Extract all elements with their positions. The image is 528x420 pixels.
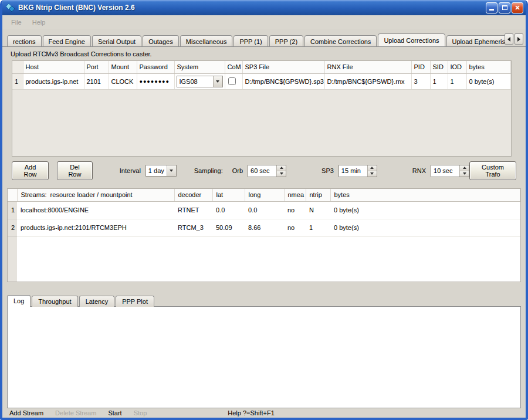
- column-header-mount: Mount: [109, 61, 137, 73]
- tab-scroll-left-button[interactable]: [505, 33, 513, 45]
- upload-header-row: HostPortMountPasswordSystemCoMSP3 FileRN…: [12, 61, 511, 73]
- row-number-header: [8, 189, 17, 201]
- lat-cell: 50.09: [212, 219, 245, 236]
- row-number-header: [12, 61, 23, 73]
- stream-row[interactable]: 2products.igs-ip.net:2101/RTCM3EPHRTCM_3…: [8, 219, 520, 236]
- streams-table-body: Streams: resource loader / mountpointdec…: [8, 189, 520, 236]
- column-header-com: CoM: [225, 61, 242, 73]
- bytes-cell: 0 byte(s): [330, 201, 520, 219]
- minimize-button[interactable]: [486, 2, 497, 13]
- sp3-spinbox[interactable]: 15 min: [339, 165, 377, 177]
- maximize-button[interactable]: [499, 2, 510, 13]
- tab-rections[interactable]: rections: [7, 35, 42, 46]
- pid-cell[interactable]: 3: [411, 73, 430, 89]
- orb-spinbox-up-button[interactable]: [277, 165, 286, 171]
- tab-ppp-2[interactable]: PPP (2): [269, 35, 303, 46]
- mount-cell[interactable]: CLOCK: [109, 73, 137, 89]
- orb-spinbox-slot: 60 sec: [248, 165, 286, 177]
- rnx-spinbox[interactable]: 10 sec: [431, 165, 469, 177]
- column-header-rnx-file: RNX File: [324, 61, 411, 73]
- host-cell[interactable]: products.igs-ip.net: [23, 73, 84, 89]
- chevron-down-icon: [213, 76, 222, 87]
- nmea-cell: no: [284, 219, 306, 236]
- add-stream-button[interactable]: Add Stream: [9, 409, 43, 416]
- tab-feed-engine[interactable]: Feed Engine: [43, 35, 91, 46]
- status-bar: Add Stream Delete Stream Start Stop Help…: [2, 408, 526, 418]
- system-cell: IGS08: [174, 73, 225, 89]
- app-window: BKG Ntrip Client (BNC) Version 2.6 ✕ Fil…: [0, 0, 528, 420]
- system-combobox-value: IGS08: [177, 77, 213, 86]
- sp3-spinbox-up-button[interactable]: [368, 165, 377, 171]
- orb-spinbox-value: 60 sec: [248, 165, 276, 177]
- mountpoint-cell: products.igs-ip.net:2101/RTCM3EPH: [17, 219, 174, 236]
- start-button[interactable]: Start: [108, 409, 121, 416]
- tab-latency[interactable]: Latency: [79, 296, 115, 307]
- tab-strip: rectionsFeed EngineSerial OutputOutagesM…: [7, 33, 505, 46]
- upload-caption: Upload RTCMv3 Broadcast Corrections to c…: [2, 47, 526, 59]
- tab-log[interactable]: Log: [7, 295, 31, 307]
- row-number: 2: [8, 219, 17, 236]
- sp3-spinbox-down-button[interactable]: [368, 171, 377, 177]
- rnx-spinbox-up-button[interactable]: [460, 165, 469, 171]
- column-header-nmea: nmea: [284, 189, 306, 201]
- orb-spinbox-down-button[interactable]: [277, 171, 286, 177]
- streams-table: Streams: resource loader / mountpointdec…: [8, 189, 520, 237]
- arrow-up-icon: [463, 167, 466, 169]
- tab-scroll-right-button[interactable]: [515, 33, 523, 45]
- port-cell[interactable]: 2101: [84, 73, 109, 89]
- close-button[interactable]: ✕: [512, 2, 523, 13]
- help-shortcut-label: Help ?=Shift+F1: [228, 409, 275, 416]
- com-cell: [225, 73, 242, 89]
- tab-ppp-1[interactable]: PPP (1): [233, 35, 268, 46]
- com-checkbox[interactable]: [228, 77, 236, 85]
- stop-button[interactable]: Stop: [134, 409, 147, 416]
- tab-miscellaneous[interactable]: Miscellaneous: [180, 35, 233, 46]
- column-header-bytes: bytes: [330, 189, 520, 201]
- column-header-host: Host: [23, 61, 84, 73]
- tab-upload-ephemeris[interactable]: Upload Ephemeris: [446, 35, 505, 46]
- iod-cell[interactable]: 1: [448, 73, 466, 89]
- streams-header-row: Streams: resource loader / mountpointdec…: [8, 189, 520, 201]
- add-row-button[interactable]: Add Row: [12, 161, 49, 180]
- upload-table-frame: HostPortMountPasswordSystemCoMSP3 FileRN…: [12, 60, 512, 157]
- decoder-cell: RTNET: [174, 201, 212, 219]
- system-combobox[interactable]: IGS08: [177, 76, 223, 87]
- chevron-down-icon: [167, 165, 176, 176]
- rnx-label: RNX: [412, 167, 426, 174]
- bytes-cell: 0 byte(s): [330, 219, 520, 236]
- arrow-left-icon: [507, 37, 510, 42]
- rnx-file-cell[interactable]: D:/tmp/BNC${GPSWD}.rnx: [324, 73, 411, 89]
- stream-row[interactable]: 1localhost:8000/ENGINERTNET0.00.0noN0 by…: [8, 201, 520, 219]
- sid-cell[interactable]: 1: [430, 73, 448, 89]
- upload-table: HostPortMountPasswordSystemCoMSP3 FileRN…: [12, 61, 511, 90]
- column-header-bytes: bytes: [466, 61, 511, 73]
- long-cell: 8.66: [245, 219, 284, 236]
- del-row-button[interactable]: Del Row: [57, 161, 93, 180]
- column-header-iod: IOD: [448, 61, 466, 73]
- rnx-spinbox-slot: 10 sec: [431, 165, 469, 177]
- interval-combobox-value: 1 day: [146, 167, 167, 175]
- arrow-up-icon: [280, 167, 283, 169]
- interval-label: Interval: [120, 167, 141, 174]
- interval-combobox[interactable]: 1 day: [145, 165, 177, 177]
- tab-combine-corrections[interactable]: Combine Corrections: [304, 35, 377, 46]
- column-header-lat: lat: [212, 189, 245, 201]
- sampling-label: Sampling:: [194, 167, 223, 174]
- tab-serial-output[interactable]: Serial Output: [92, 35, 141, 46]
- menu-help[interactable]: Help: [27, 17, 51, 28]
- sp3-file-cell[interactable]: D:/tmp/BNC${GPSWD}.sp3: [242, 73, 324, 89]
- arrow-up-icon: [370, 167, 374, 169]
- upload-table-body: HostPortMountPasswordSystemCoMSP3 FileRN…: [12, 61, 511, 89]
- custom-trafo-button[interactable]: Custom Trafo: [469, 161, 516, 180]
- tab-upload-corrections[interactable]: Upload Corrections: [378, 33, 445, 46]
- tab-throughput[interactable]: Throughput: [32, 296, 77, 307]
- orb-spinbox[interactable]: 60 sec: [248, 165, 286, 177]
- password-cell[interactable]: ●●●●●●●●: [137, 73, 174, 89]
- menu-file[interactable]: File: [6, 17, 27, 28]
- column-header-ntrip: ntrip: [306, 189, 330, 201]
- delete-stream-button[interactable]: Delete Stream: [55, 409, 96, 416]
- table-row: 1products.igs-ip.net2101CLOCK●●●●●●●●IGS…: [12, 73, 511, 89]
- tab-ppp-plot[interactable]: PPP Plot: [116, 296, 154, 307]
- tab-outages[interactable]: Outages: [143, 35, 179, 46]
- rnx-spinbox-down-button[interactable]: [460, 171, 469, 177]
